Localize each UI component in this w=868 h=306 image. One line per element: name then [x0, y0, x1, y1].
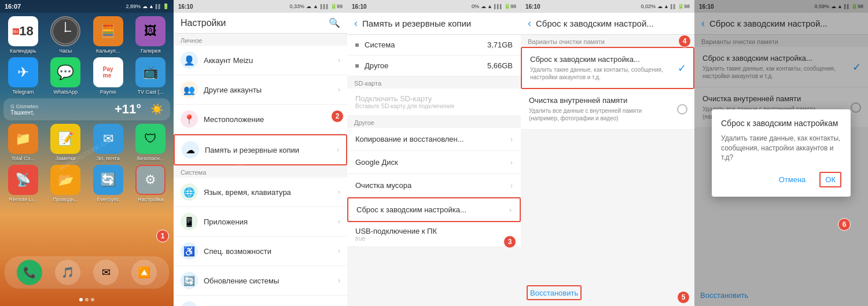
- back-arrow-4[interactable]: ‹: [528, 17, 531, 30]
- reset-option-wipe[interactable]: Очистка внутренней памяти Удалить все да…: [521, 89, 694, 130]
- app-label-calc: Калькул...: [96, 48, 120, 54]
- menu-usb: USB-подключение к ПК true: [347, 222, 521, 247]
- restore-button-4[interactable]: Восстановить: [530, 289, 578, 297]
- step-6-badge: 6: [838, 218, 851, 231]
- arrow-memory: ›: [337, 146, 339, 154]
- dialog-text: Удалить такие данные, как контакты, сооб…: [721, 134, 841, 163]
- reset-confirm-screen: 16:10 0,59% ☁ ▲ ∥∥ 🔋98 ‹ Сброс к заводск…: [694, 0, 868, 306]
- reset-option-desc-1: Удалить такие данные, как контакты, сооб…: [530, 66, 668, 81]
- settings-item-label-memory: Память и резервные копии: [205, 146, 337, 154]
- app-label-remote: Remote Li...: [9, 197, 37, 202]
- memory-icon: ☁: [182, 141, 199, 158]
- app-totalcommander[interactable]: 📁 Total Co...: [3, 124, 43, 161]
- app-notes[interactable]: 📝 Заметки: [46, 124, 86, 161]
- app-security[interactable]: 🛡 Безопасн...: [131, 124, 171, 161]
- settings-item-update[interactable]: 🔄 Обновление системы ›: [174, 266, 347, 296]
- dock-sms[interactable]: ✉: [93, 260, 119, 285]
- arrow-backup: ›: [510, 135, 513, 143]
- status-time-2: 16:10: [178, 3, 193, 10]
- settings-item-memory[interactable]: ☁ Память и резервные копии ›: [174, 134, 347, 165]
- dock-music[interactable]: 🎵: [55, 260, 80, 285]
- memory-size-system: 3,71GB: [487, 40, 513, 49]
- other-section-label: Другое: [347, 116, 521, 128]
- menu-googledrive-label: Google Диск: [355, 158, 510, 167]
- step-4-badge: 4: [678, 35, 691, 47]
- reset-section-label: Варианты очистки памяти: [521, 35, 694, 47]
- status-bar-3: 16:10 0% ☁ ▲ ∥∥∥ 🔋98: [347, 0, 521, 13]
- dock-browser[interactable]: 🔼: [131, 260, 157, 285]
- settings-item-label-accounts: Другие аккаунты: [204, 86, 338, 94]
- app-label-gallery: Галерея: [141, 48, 161, 54]
- dock-phone[interactable]: 📞: [17, 260, 42, 285]
- app-label-email: Эл. почта: [97, 156, 120, 161]
- arrow-reset: ›: [509, 206, 512, 214]
- settings-search-icon[interactable]: 🔍: [329, 17, 340, 28]
- app-email[interactable]: ✉ Эл. почта: [89, 124, 128, 161]
- memory-screen: 16:10 0% ☁ ▲ ∥∥∥ 🔋98 ‹ Память и резервны…: [347, 0, 521, 306]
- home-screen: 16:07 2,89% ☁ ▲ ∥∥ 🔋 Вс 18 Календарь Час…: [0, 0, 174, 306]
- arrow-cleanup: ›: [510, 182, 513, 190]
- menu-backup-label: Копирование и восстановлен...: [355, 135, 510, 143]
- status-time-4: 16:10: [525, 3, 540, 10]
- back-arrow-3[interactable]: ‹: [354, 17, 358, 30]
- meizu-account-icon: 👤: [181, 51, 198, 69]
- app-label-tvcast: TV Cast (...: [137, 89, 164, 95]
- app-calculator[interactable]: 🧮 Калькул...: [89, 16, 128, 54]
- status-time-1: 16:07: [5, 3, 21, 10]
- menu-backup[interactable]: Копирование и восстановлен... ›: [347, 128, 521, 151]
- app-eversync[interactable]: 🔄 EverSync: [89, 165, 128, 202]
- app-gallery[interactable]: 🖼 Галерея: [131, 16, 171, 54]
- menu-usb-label: USB-подключение к ПК: [355, 227, 513, 235]
- arrow-update: ›: [338, 276, 340, 285]
- arrow-accessibility: ›: [338, 247, 340, 255]
- dialog-cancel-button[interactable]: Отмена: [774, 172, 811, 187]
- menu-usb-sub: true: [355, 235, 513, 242]
- app-filemanager[interactable]: 📂 Проводн...: [46, 165, 86, 202]
- dialog-ok-button[interactable]: ОК: [819, 172, 841, 187]
- settings-item-meizu-account[interactable]: 👤 Аккаунт Meizu ›: [174, 46, 347, 75]
- settings-item-location[interactable]: 📍 Местоположение ›: [174, 105, 347, 134]
- app-whatsapp[interactable]: 💬 WhatsApp: [46, 57, 86, 95]
- settings-item-other-accounts[interactable]: 👥 Другие аккаунты ›: [174, 75, 347, 105]
- memory-title: Память и резервные копии: [362, 19, 471, 28]
- nav-dots: [79, 298, 94, 301]
- dot-system: [355, 43, 359, 47]
- app-clock[interactable]: Часы: [46, 16, 86, 54]
- settings-item-apps[interactable]: 📱 Приложения ›: [174, 207, 347, 237]
- settings-item-label-location: Местоположение: [204, 115, 338, 124]
- app-payme[interactable]: Payme Payme: [89, 57, 128, 95]
- status-bar-1: 16:07 2,89% ☁ ▲ ∥∥ 🔋: [0, 0, 174, 13]
- app-tvcast[interactable]: 📺 TV Cast (...: [131, 57, 171, 95]
- step-5-badge: 5: [677, 291, 690, 304]
- settings-item-label-meizu: Аккаунт Meizu: [204, 56, 338, 65]
- app-telegram[interactable]: ✈ Telegram: [3, 57, 43, 95]
- dialog-buttons: Отмена ОК: [721, 172, 841, 187]
- app-settings[interactable]: ⚙ Настройки: [131, 165, 171, 202]
- menu-reset[interactable]: Сброс к заводским настройка... ›: [347, 197, 521, 222]
- app-label-whatsapp: WhatsApp: [53, 89, 78, 95]
- settings-header: Настройки 🔍: [174, 13, 347, 34]
- app-label-clock: Часы: [59, 48, 72, 54]
- settings-item-about[interactable]: ℹ О телефоне ›: [174, 296, 347, 306]
- app-calendar[interactable]: Вс 18 Календарь: [3, 16, 43, 54]
- about-icon: ℹ: [181, 301, 198, 306]
- memory-item-system: Система 3,71GB: [347, 35, 521, 56]
- app-label-payme: Payme: [100, 89, 116, 95]
- menu-googledrive[interactable]: Google Диск ›: [347, 151, 521, 174]
- status-icons-1: 2,89% ☁ ▲ ∥∥ 🔋: [126, 3, 169, 9]
- reset-option-factory[interactable]: Сброс к заводским настройка... Удалить т…: [521, 47, 694, 89]
- menu-cleanup[interactable]: Очистка мусора ›: [347, 174, 521, 197]
- settings-item-label-accessibility: Спец. возможности: [204, 247, 338, 256]
- menu-reset-label: Сброс к заводским настройка...: [356, 205, 509, 214]
- reset-option-check-1: ✓: [678, 62, 686, 75]
- app-label-filemanager: Проводн...: [53, 197, 78, 202]
- step-2-badge: 2: [331, 110, 344, 123]
- settings-item-language[interactable]: 🌐 Язык, время, клавиатура ›: [174, 178, 347, 207]
- settings-item-accessibility[interactable]: ♿ Спец. возможности ›: [174, 237, 347, 266]
- sd-section-label: SD-карта: [347, 76, 521, 89]
- app-label-eversync: EverSync: [97, 197, 119, 202]
- app-remote[interactable]: 📡 Remote Li...: [3, 165, 43, 202]
- memory-header: ‹ Память и резервные копии: [347, 13, 521, 35]
- section-personal: Личное: [174, 34, 347, 46]
- reset-option-title-2: Очистка внутренней памяти: [529, 96, 669, 105]
